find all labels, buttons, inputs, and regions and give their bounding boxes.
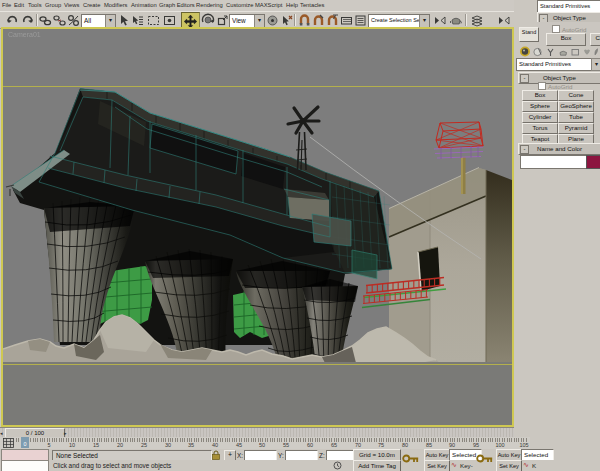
svg-text:Camera01: Camera01 — [8, 31, 41, 38]
